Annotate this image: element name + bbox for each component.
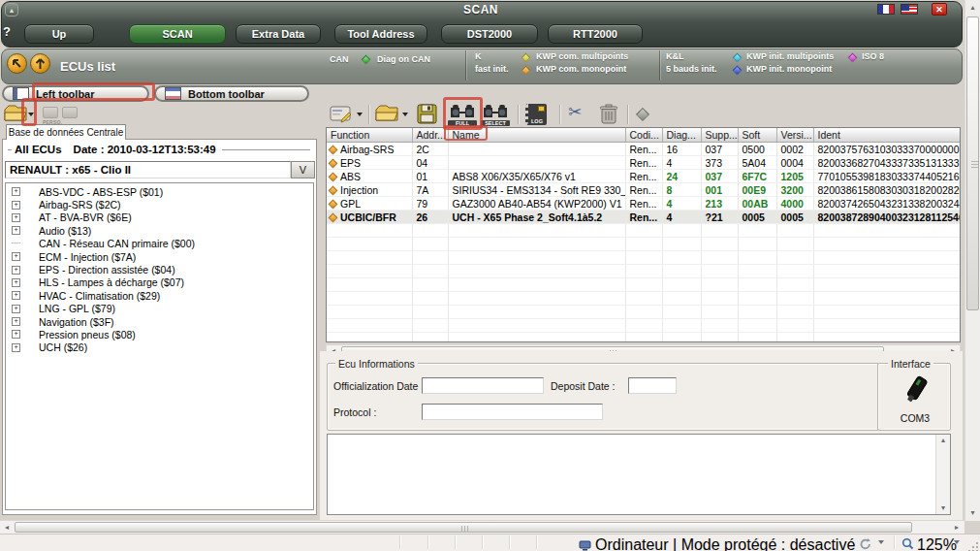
table-row[interactable]: Injection 7ASIRIUS34 - EMS3134 - Soft RE… [327, 183, 960, 197]
col-addr[interactable]: Addr... [412, 128, 448, 143]
log-vscrollbar[interactable]: ▴ ▾ [935, 435, 950, 514]
expand-plus-icon[interactable] [12, 213, 20, 222]
open-folder-dropdown-icon[interactable] [402, 113, 408, 116]
scroll-up-icon[interactable]: ▴ [965, 2, 980, 14]
nav-up-button[interactable]: Up [24, 24, 94, 44]
col-function[interactable]: Function [327, 128, 412, 143]
nav-extra-data-button[interactable]: Extra Data [236, 24, 321, 44]
nav-scan-button[interactable]: SCAN [129, 24, 226, 44]
expand-plus-icon[interactable] [12, 305, 20, 313]
search-selected-binoculars-icon[interactable]: SELECT [481, 104, 510, 127]
page-vscrollbar[interactable]: ▴ ▾ [964, 0, 980, 521]
expand-plus-icon[interactable] [12, 291, 20, 300]
legend-can-label: CAN [330, 54, 349, 64]
tree-item-pression-pneus[interactable]: Pression pneus ($08) [6, 328, 313, 340]
scroll-up-icon[interactable]: ▴ [936, 435, 950, 446]
expand-plus-icon[interactable] [12, 201, 20, 210]
tree-item-abs-vdc[interactable]: ABS-VDC - ABS-ESP ($01) [6, 185, 313, 198]
deposit-date-field[interactable] [628, 377, 677, 394]
vehicle-combo[interactable]: RENAULT : x65 - Clio II [5, 161, 291, 178]
nav-dst2000-button[interactable]: DST2000 [441, 24, 538, 44]
table-row[interactable]: EPS 04Ren... 4373 5A040004 8200336827043… [327, 156, 960, 170]
nav-tool-address-button[interactable]: Tool Address [334, 24, 427, 44]
table-empty-row [327, 265, 960, 278]
minimize-triangle-icon[interactable]: ▲ [5, 3, 18, 16]
table-row[interactable]: ABS 01ABS8 X06/X35/X65/X76 v1Ren... 2403… [327, 170, 960, 183]
expand-plus-icon[interactable] [12, 330, 20, 339]
cut-scissors-icon[interactable]: ✂ [568, 102, 582, 122]
expand-plus-icon[interactable] [12, 343, 20, 352]
tree-item-airbag-srs[interactable]: Airbag-SRS ($2C) [6, 198, 313, 211]
up-arrow-icon[interactable] [30, 53, 50, 74]
zoom-dropdown-icon[interactable] [954, 540, 960, 544]
bottom-toolbar-toggle[interactable]: Bottom toolbar [154, 85, 309, 102]
col-ident[interactable]: Ident [813, 128, 960, 143]
tree-item-at-bva-bvr[interactable]: AT - BVA-BVR ($6E) [6, 211, 313, 224]
expand-plus-icon[interactable] [12, 317, 20, 326]
scroll-left-icon[interactable]: ◂ [1, 522, 13, 534]
us-flag-icon[interactable] [901, 4, 918, 15]
col-supp[interactable]: Supp... [701, 128, 738, 143]
protocol-field[interactable] [422, 404, 603, 420]
refresh-dropdown-icon[interactable] [878, 540, 884, 544]
table-row[interactable]: GPL 79GAZ3000 AB40-AB54 (KWP2000) V1Ren.… [327, 197, 960, 211]
expand-plus-icon[interactable] [12, 252, 20, 261]
tree-item-audio[interactable]: Audio ($13) [6, 224, 313, 237]
export-dropdown-icon[interactable] [357, 113, 363, 116]
refresh-icon[interactable] [859, 536, 872, 551]
scroll-down-icon[interactable]: ▾ [965, 507, 980, 519]
tree-connector [12, 243, 20, 244]
col-codi[interactable]: Codi... [625, 128, 662, 143]
expand-plus-icon[interactable] [12, 187, 20, 196]
help-button[interactable]: ? [3, 24, 11, 39]
tree-item-ecm-injection[interactable]: ECM - Injection ($7A) [6, 250, 313, 263]
diamond-gray-icon[interactable] [636, 108, 649, 121]
expand-plus-icon[interactable] [12, 278, 20, 287]
message-log-area[interactable] [327, 434, 951, 515]
tree-item-uch[interactable]: UCH ($26) [6, 341, 313, 354]
nav-rtt2000-button[interactable]: RTT2000 [548, 24, 643, 44]
tree-item-hls[interactable]: HLS - Lampes à décharge ($07) [6, 276, 313, 289]
col-soft[interactable]: Soft [738, 128, 776, 143]
log-book-icon[interactable]: LOG [525, 104, 547, 125]
expand-plus-icon[interactable] [12, 226, 20, 235]
tree-item-can-reseau[interactable]: CAN - Réseau CAN primaire ($00) [6, 238, 313, 250]
officialization-date-field[interactable] [422, 377, 544, 394]
tree-item-navigation[interactable]: Navigation ($3F) [6, 315, 313, 328]
export-card-icon[interactable] [330, 104, 353, 127]
ecu-diamond-icon [329, 199, 338, 209]
expand-plus-icon[interactable] [12, 266, 20, 275]
back-arrow-icon[interactable] [7, 53, 27, 74]
french-flag-icon[interactable] [877, 4, 895, 15]
resize-grip-icon[interactable] [968, 539, 979, 551]
legend-kwp-com-multipoints: KWP com. multipoints [536, 51, 628, 61]
col-versi[interactable]: Versi... [776, 128, 813, 143]
zoom-magnifier-icon[interactable] [901, 536, 914, 551]
ecu-diamond-icon [329, 172, 338, 181]
table-row[interactable]: Airbag-SRS 2CRen... 16037 05000002 82003… [327, 143, 960, 156]
col-diag[interactable]: Diag... [662, 128, 701, 143]
table-empty-row [327, 224, 960, 238]
tab-base-de-donnees-centrale[interactable]: Base de données Centrale [6, 124, 126, 140]
scroll-down-icon[interactable]: ▾ [936, 502, 950, 514]
page-vscroll-thumb[interactable] [966, 16, 979, 310]
close-icon[interactable]: ✕ [932, 3, 947, 16]
perso-disabled-icon [43, 107, 58, 118]
save-floppy-icon[interactable] [417, 104, 437, 128]
delete-trash-icon[interactable] [599, 104, 618, 129]
statusbar-separator [455, 535, 456, 549]
zoom-level[interactable]: 125% [917, 536, 957, 551]
vehicle-combo-expand-button[interactable]: V [291, 161, 315, 178]
scroll-right-icon[interactable]: ▸ [951, 522, 963, 534]
all-ecus-label: All ECUs [15, 144, 62, 155]
open-folder-icon[interactable] [375, 104, 398, 126]
window-title: SCAN [0, 3, 962, 16]
ecu-table: Function Addr... Name Codi... Diag... Su… [326, 127, 961, 342]
tree-item-hvac[interactable]: HVAC - Climatisation ($29) [6, 289, 313, 302]
page-hscroll-thumb[interactable] [15, 522, 912, 533]
page-hscrollbar[interactable]: ◂ ▸ [0, 520, 964, 534]
annotation-left-toolbar [32, 82, 155, 101]
tree-item-eps[interactable]: EPS - Direction assistée ($04) [6, 263, 313, 276]
table-row-selected[interactable]: UCBIC/BFR 26UCH - X65 Phase 2_Soft4.1à5.… [327, 211, 960, 224]
tree-item-lng-gpl[interactable]: LNG - GPL ($79) [6, 303, 313, 315]
